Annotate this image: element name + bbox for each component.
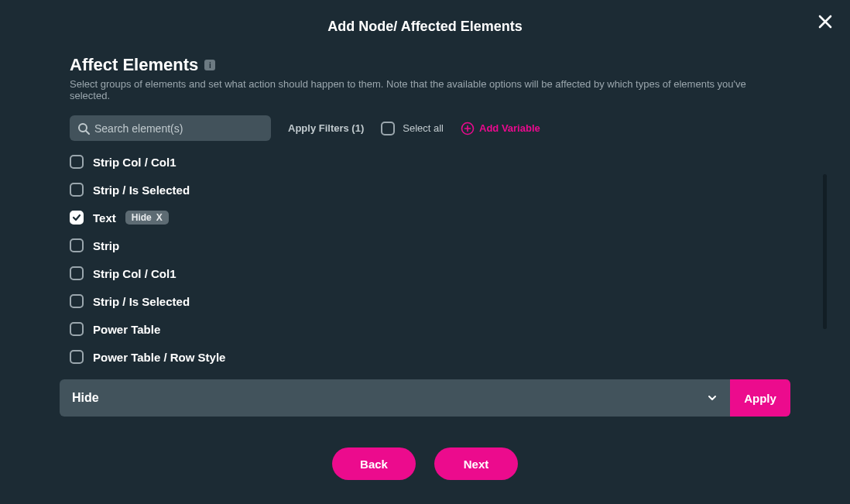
element-label: Text [93,211,116,225]
modal-title: Add Node/ Affected Elements [0,19,850,35]
tag-remove-icon[interactable]: X [156,212,163,223]
action-bar: Hide Apply [60,379,790,417]
element-row: Power Table [70,322,765,336]
toolbar: Apply Filters (1) Select all Add Variabl… [70,115,780,141]
apply-button[interactable]: Apply [730,379,790,417]
element-row: Power Table / Row Style [70,350,765,364]
action-select-value: Hide [72,391,99,405]
close-icon [817,14,833,29]
modal: Add Node/ Affected Elements Affect Eleme… [0,0,850,504]
element-checkbox[interactable] [70,322,84,336]
add-variable-button[interactable]: Add Variable [461,122,540,135]
search-icon [77,122,90,135]
element-label: Strip / Is Selected [93,183,190,197]
element-tag-label: Hide [132,212,152,223]
elements-list: Strip Col / Col1Strip / Is SelectedTextH… [70,155,765,364]
content: Affect Elements i Select groups of eleme… [0,55,850,379]
element-checkbox[interactable] [70,294,84,308]
elements-scroll: Strip Col / Col1Strip / Is SelectedTextH… [70,155,780,379]
plus-circle-icon [461,122,475,135]
element-row: Strip [70,238,765,252]
element-label: Power Table / Row Style [93,351,225,364]
element-row: Strip / Is Selected [70,183,765,197]
element-checkbox[interactable] [70,155,84,169]
section-title: Affect Elements [70,55,198,75]
element-checkbox[interactable] [70,238,84,252]
action-select[interactable]: Hide [60,379,730,417]
element-label: Strip Col / Col1 [93,156,177,169]
section-description: Select groups of elements and set what a… [70,78,780,101]
select-all-checkbox[interactable] [381,122,395,135]
chevron-down-icon [707,393,718,403]
element-row: Strip Col / Col1 [70,266,765,280]
element-row: Strip Col / Col1 [70,155,765,169]
element-row: TextHideX [70,211,765,225]
element-label: Strip Col / Col1 [93,267,177,280]
element-row: Strip / Is Selected [70,294,765,308]
select-all-label: Select all [403,122,444,134]
back-button[interactable]: Back [332,447,416,480]
add-variable-label: Add Variable [479,122,540,134]
element-checkbox[interactable] [70,183,84,197]
info-icon[interactable]: i [204,60,215,70]
search-input[interactable] [94,122,263,135]
close-button[interactable] [814,11,836,33]
element-checkbox[interactable] [70,266,84,280]
element-tag[interactable]: HideX [125,211,169,225]
scrollbar[interactable] [823,174,827,329]
search-field[interactable] [70,115,271,141]
apply-filters-button[interactable]: Apply Filters (1) [288,122,364,134]
next-button[interactable]: Next [434,447,518,480]
svg-line-1 [86,131,89,134]
element-label: Strip [93,239,119,252]
element-checkbox[interactable] [70,211,84,225]
element-checkbox[interactable] [70,350,84,364]
element-label: Power Table [93,323,160,336]
footer-buttons: Back Next [0,447,850,480]
element-label: Strip / Is Selected [93,295,190,308]
